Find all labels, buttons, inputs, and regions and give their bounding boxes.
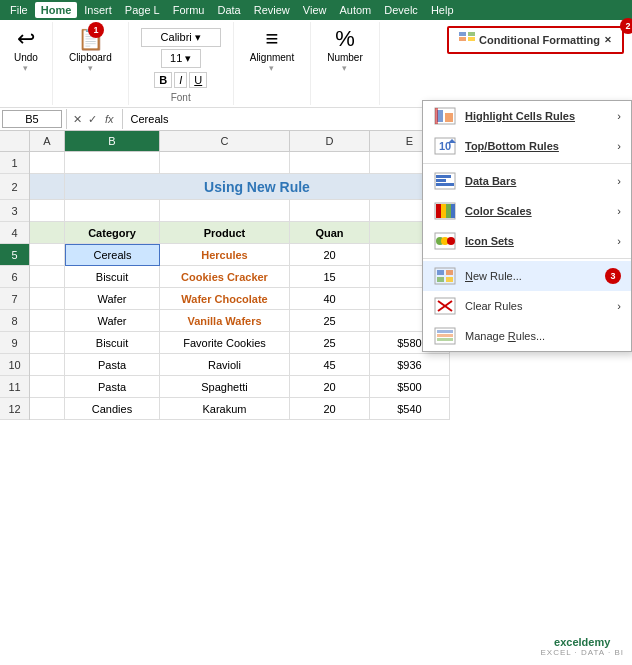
cell-c8[interactable]: Vanilla Wafers	[160, 310, 290, 332]
cell-d6[interactable]: 15	[290, 266, 370, 288]
highlight-cells-rules-item[interactable]: Highlight Cells Rules ›	[423, 101, 631, 131]
menu-file[interactable]: File	[4, 2, 34, 18]
cell-b3[interactable]	[65, 200, 160, 222]
cell-c3[interactable]	[160, 200, 290, 222]
svg-rect-14	[436, 183, 454, 186]
cell-b5[interactable]: Cereals	[65, 244, 160, 266]
cell-b10[interactable]: Pasta	[65, 354, 160, 376]
row-num-10: 10	[0, 354, 29, 376]
menu-formulas[interactable]: Formu	[167, 2, 211, 18]
cell-a4[interactable]	[30, 222, 65, 244]
cell-a1[interactable]	[30, 152, 65, 174]
row-num-9: 9	[0, 332, 29, 354]
new-rule-item[interactable]: New Rule... 3	[423, 261, 631, 291]
cancel-formula-icon[interactable]: ✕	[71, 113, 84, 126]
cell-a9[interactable]	[30, 332, 65, 354]
cell-c6[interactable]: Cookies Cracker	[160, 266, 290, 288]
cell-c9[interactable]: Favorite Cookies	[160, 332, 290, 354]
menu-pagelayout[interactable]: Page L	[119, 2, 166, 18]
bold-button[interactable]: B	[154, 72, 172, 88]
cell-d1[interactable]	[290, 152, 370, 174]
cell-c5[interactable]: Hercules	[160, 244, 290, 266]
alignment-button[interactable]: ≡ Alignment ▾	[242, 24, 302, 77]
cell-d11[interactable]: 20	[290, 376, 370, 398]
italic-button[interactable]: I	[174, 72, 187, 88]
svg-rect-6	[445, 113, 453, 122]
menu-review[interactable]: Review	[248, 2, 296, 18]
cell-b4-header[interactable]: Category	[65, 222, 160, 244]
cell-b2-merged[interactable]: Using New Rule	[65, 174, 450, 200]
cell-a12[interactable]	[30, 398, 65, 420]
svg-rect-12	[436, 175, 451, 178]
cell-d4-header[interactable]: Quan	[290, 222, 370, 244]
font-name-selector[interactable]: Calibri ▾	[141, 28, 221, 47]
menu-insert[interactable]: Insert	[78, 2, 118, 18]
color-scales-item[interactable]: Color Scales ›	[423, 196, 631, 226]
cell-d7[interactable]: 40	[290, 288, 370, 310]
icon-sets-item[interactable]: Icon Sets ›	[423, 226, 631, 256]
cell-d10[interactable]: 45	[290, 354, 370, 376]
svg-rect-17	[441, 204, 446, 218]
row-num-3: 3	[0, 200, 29, 222]
row-num-2: 2	[0, 174, 29, 200]
cell-b12[interactable]: Candies	[65, 398, 160, 420]
cell-a10[interactable]	[30, 354, 65, 376]
col-header-d[interactable]: D	[290, 131, 370, 151]
data-bars-item[interactable]: Data Bars ›	[423, 166, 631, 196]
highlight-cells-rules-label: Highlight Cells Rules	[465, 110, 575, 122]
col-header-b[interactable]: B	[65, 131, 160, 151]
underline-button[interactable]: U	[189, 72, 207, 88]
clear-rules-item[interactable]: Clear Rules ›	[423, 291, 631, 321]
cell-b9[interactable]: Biscuit	[65, 332, 160, 354]
cell-c1[interactable]	[160, 152, 290, 174]
cell-b6[interactable]: Biscuit	[65, 266, 160, 288]
col-header-a[interactable]: A	[30, 131, 65, 151]
cell-a2[interactable]	[30, 174, 65, 200]
cell-b7[interactable]: Wafer	[65, 288, 160, 310]
cell-b8[interactable]: Wafer	[65, 310, 160, 332]
confirm-formula-icon[interactable]: ✓	[86, 113, 99, 126]
cell-d9[interactable]: 25	[290, 332, 370, 354]
menu-data[interactable]: Data	[211, 2, 246, 18]
cell-c7[interactable]: Wafer Chocolate	[160, 288, 290, 310]
insert-function-icon[interactable]: fx	[101, 113, 118, 125]
cell-c4-header[interactable]: Product	[160, 222, 290, 244]
new-rule-label: New Rule...	[465, 270, 522, 282]
cell-a3[interactable]	[30, 200, 65, 222]
conditional-formatting-button[interactable]: Conditional Formatting ✕	[447, 26, 624, 54]
cell-d8[interactable]: 25	[290, 310, 370, 332]
number-button[interactable]: % Number ▾	[319, 24, 371, 77]
cf-dropdown-arrow[interactable]: ✕	[604, 35, 612, 45]
corner-header	[0, 131, 30, 151]
menu-view[interactable]: View	[297, 2, 333, 18]
cell-a11[interactable]	[30, 376, 65, 398]
clearrules-icon	[433, 296, 457, 316]
col-header-c[interactable]: C	[160, 131, 290, 151]
cell-reference-box[interactable]: B5	[2, 110, 62, 128]
menu-home[interactable]: Home	[35, 2, 78, 18]
menu-developer[interactable]: Develc	[378, 2, 424, 18]
undo-button[interactable]: ↩ Undo ▾	[6, 24, 46, 77]
cell-a5[interactable]	[30, 244, 65, 266]
cell-d3[interactable]	[290, 200, 370, 222]
cell-c12[interactable]: Karakum	[160, 398, 290, 420]
manage-rules-item[interactable]: Manage Rules...	[423, 321, 631, 351]
cell-e11[interactable]: $500	[370, 376, 450, 398]
menu-automate[interactable]: Autom	[333, 2, 377, 18]
top-bottom-rules-item[interactable]: 10 Top/Bottom Rules ›	[423, 131, 631, 161]
cell-a8[interactable]	[30, 310, 65, 332]
cell-c11[interactable]: Spaghetti	[160, 376, 290, 398]
cell-e12[interactable]: $540	[370, 398, 450, 420]
font-size-selector[interactable]: 11 ▾	[161, 49, 201, 68]
cell-c10[interactable]: Ravioli	[160, 354, 290, 376]
cell-a6[interactable]	[30, 266, 65, 288]
svg-rect-1	[459, 37, 466, 41]
cell-e10[interactable]: $936	[370, 354, 450, 376]
svg-rect-0	[459, 32, 466, 36]
menu-help[interactable]: Help	[425, 2, 460, 18]
cell-b1[interactable]	[65, 152, 160, 174]
cell-a7[interactable]	[30, 288, 65, 310]
cell-d5[interactable]: 20	[290, 244, 370, 266]
cell-b11[interactable]: Pasta	[65, 376, 160, 398]
cell-d12[interactable]: 20	[290, 398, 370, 420]
